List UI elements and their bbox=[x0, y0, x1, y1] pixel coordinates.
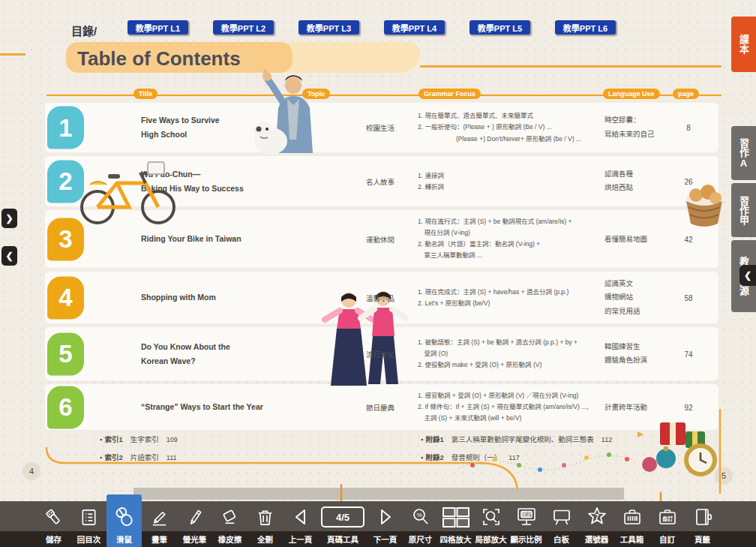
column-header: Language Use bbox=[603, 89, 660, 99]
index-entry: ・附錄1第三人稱單數動詞字尾變化規則、動詞三態表112 bbox=[418, 434, 612, 444]
toolbar-item-eraser[interactable]: 橡皮擦 bbox=[212, 501, 248, 547]
monitor-fixed-icon: 固定 bbox=[515, 503, 538, 531]
horizontal-scrollbar[interactable] bbox=[134, 488, 624, 500]
toolbar-item-label: 全刪 bbox=[257, 531, 273, 547]
page-indicator[interactable]: 4/5 bbox=[321, 506, 364, 527]
lesson-number-badge: 5 bbox=[47, 332, 84, 375]
svg-text:固定: 固定 bbox=[521, 511, 532, 518]
side-tab[interactable]: 習作A bbox=[731, 126, 756, 180]
toolbar-item-star7[interactable]: 7 選號器 bbox=[579, 501, 614, 547]
ppt-button[interactable]: 教學PPT L1 bbox=[128, 20, 188, 35]
toolbar-item-trash[interactable]: 全刪 bbox=[248, 501, 283, 547]
svg-text:自訂: 自訂 bbox=[662, 515, 673, 522]
toolbar-item-pen[interactable]: 畫筆 bbox=[142, 501, 177, 547]
lesson-title[interactable]: Do You Know About theKorean Wave? bbox=[141, 339, 304, 368]
toolbar-item-monitor-fixed[interactable]: 固定 顯示比例 bbox=[508, 501, 544, 547]
grammar-line: 1. 連接詞 bbox=[418, 170, 613, 181]
toolbar-item-zoom-area[interactable]: 局部放大 bbox=[473, 501, 508, 547]
grid4-icon bbox=[441, 503, 471, 531]
lesson-title[interactable]: Riding Your Bike in Taiwan bbox=[141, 232, 304, 246]
toolbar-item-label: 四格放大 bbox=[440, 531, 472, 547]
language-use: 韓國練習生體驗角色扮演 bbox=[604, 340, 680, 368]
ppt-button[interactable]: 教學PPT L2 bbox=[213, 20, 274, 35]
language-line: 體驗角色扮演 bbox=[604, 354, 680, 368]
photo-newyear-ornaments bbox=[622, 409, 726, 480]
grammar-line: 1. 現在簡單式、過去簡單式、未來簡單式 bbox=[418, 110, 613, 122]
language-use: 時空膠囊：寫給未來的自己 bbox=[604, 113, 680, 141]
sidebar-expand-button[interactable]: ❯ bbox=[2, 209, 17, 228]
decor-line-right bbox=[420, 65, 722, 68]
language-line: 韓國練習生 bbox=[604, 340, 680, 354]
grammar-line: 1. 感官動詞 + 受詞 (O) + 原形動詞 (V) ／現在分詞 (V-ing… bbox=[418, 390, 613, 401]
toolbar-item-mouse[interactable]: 滑鼠 bbox=[106, 494, 142, 547]
highlighter-icon bbox=[184, 503, 205, 531]
title-line: Riding Your Bike in Taiwan bbox=[141, 232, 304, 246]
toolbar-item-book-tab[interactable]: 頁籤 bbox=[685, 501, 720, 547]
toolbar-item-toolbox[interactable]: 工具箱 bbox=[614, 501, 650, 547]
chevron-left-icon: ❮ bbox=[5, 251, 13, 261]
chevron-right-icon: ❯ bbox=[5, 213, 13, 224]
toolbar-item-label: 上一頁 bbox=[289, 531, 313, 547]
ppt-button[interactable]: 教學PPT L6 bbox=[555, 20, 616, 35]
decor-line-left bbox=[0, 53, 26, 56]
side-tab[interactable]: 課本 bbox=[731, 17, 756, 72]
toolbar-item-label: 工具箱 bbox=[620, 531, 644, 547]
bottom-toolbar: 儲存 回目次 滑鼠 畫筆 螢光筆 橡皮擦 全刪 上一頁 4/5 頁碼工具 下一頁… bbox=[0, 501, 756, 547]
grammar-line: 受詞 (O) bbox=[418, 348, 613, 359]
ppt-button-row: 教學PPT L1教學PPT L2教學PPT L3教學PPT L4教學PPT L5… bbox=[128, 20, 640, 35]
whiteboard-icon bbox=[551, 503, 572, 531]
photo-hanbok-couple bbox=[320, 290, 409, 392]
lesson-page-number: 8 bbox=[677, 124, 700, 132]
title-line: Korean Wave? bbox=[141, 354, 304, 368]
index-entry-text: 第三人稱單數動詞字尾變化規則、動詞三態表 bbox=[452, 435, 594, 443]
language-line: 認識英文 bbox=[604, 277, 680, 291]
index-entry-page: 109 bbox=[166, 436, 178, 443]
grammar-line: 1. 被動語態：主詞 (S) + be 動詞 + 過去分詞 (p.p.) + b… bbox=[418, 337, 613, 348]
grammar-line: 第三人稱單數動詞 ... bbox=[418, 251, 613, 262]
index-list: ・索引1生字索引109 ・索引2片語索引111 bbox=[98, 434, 178, 470]
ppt-button[interactable]: 教學PPT L3 bbox=[298, 20, 359, 35]
toolbar-item-label: 橡皮擦 bbox=[218, 531, 242, 547]
toolbar-items: 儲存 回目次 滑鼠 畫筆 螢光筆 橡皮擦 全刪 上一頁 4/5 頁碼工具 下一頁… bbox=[36, 501, 720, 547]
toolbar-item-zoom-percent[interactable]: % 原尺寸 bbox=[403, 501, 438, 547]
svg-text:7: 7 bbox=[595, 513, 599, 521]
grammar-line: 1. 現在進行式：主詞 (S) + be 動詞現在式 (am/are/is) + bbox=[418, 216, 613, 227]
column-header: Title bbox=[134, 89, 158, 99]
lesson-topic: 溫馨小品 bbox=[336, 293, 424, 303]
toolbar-item-custom-box[interactable]: 自訂 自訂 bbox=[650, 501, 685, 547]
grammar-line: 2. 動名詞（片語）當主詞：動名詞 (V-ing) + bbox=[418, 239, 613, 251]
ppt-button[interactable]: 教學PPT L4 bbox=[384, 20, 445, 35]
usb-icon bbox=[44, 503, 64, 531]
decor-light-string bbox=[459, 446, 635, 479]
toolbar-item-prev[interactable]: 上一頁 bbox=[283, 501, 318, 547]
toolbar-item-pagebox[interactable]: 4/5 頁碼工具 bbox=[318, 501, 368, 547]
lesson-topic: 校園生活 bbox=[336, 122, 424, 133]
title-line: Do You Know About the bbox=[141, 339, 304, 353]
page-title: Table of Contents bbox=[77, 44, 241, 73]
index-entry: ・索引2片語索引111 bbox=[98, 452, 178, 462]
toolbar-item-grid4[interactable]: 四格放大 bbox=[438, 501, 473, 547]
toolbar-item-whiteboard[interactable]: 白板 bbox=[544, 501, 579, 547]
toolbar-item-next[interactable]: 下一頁 bbox=[368, 501, 403, 547]
grammar-line: 2. 使役動詞 make + 受詞 (O) + 原形動詞 (V) bbox=[418, 359, 613, 371]
toc-breadcrumb: 目錄/ bbox=[71, 23, 97, 38]
toolbar-item-usb[interactable]: 儲存 bbox=[36, 501, 71, 547]
toolbar-item-toc[interactable]: 回目次 bbox=[71, 501, 106, 547]
toc-icon bbox=[79, 503, 99, 531]
toc-row[interactable]: 1 Five Ways to SurviveHigh School 校園生活 1… bbox=[45, 103, 718, 152]
sidebar-collapse-button[interactable]: ❮ bbox=[2, 246, 17, 266]
lesson-title[interactable]: Shopping with Mom bbox=[141, 290, 304, 305]
grammar-focus: 1. 感官動詞 + 受詞 (O) + 原形動詞 (V) ／現在分詞 (V-ing… bbox=[418, 390, 613, 425]
toolbar-item-highlighter[interactable]: 螢光筆 bbox=[177, 501, 212, 547]
right-panel-toggle[interactable]: ❮ bbox=[740, 265, 756, 286]
grammar-line: 2. 一般祈使句：(Please + ) 原形動詞 (Be / V) ... bbox=[418, 122, 613, 133]
lesson-title[interactable]: “Strange” Ways to Start the Year bbox=[141, 400, 304, 414]
ppt-button[interactable]: 教學PPT L5 bbox=[470, 20, 530, 35]
index-entry-label: ・索引1 bbox=[98, 435, 123, 443]
side-tab[interactable]: 習作甲 bbox=[731, 183, 756, 237]
photo-student-thumbsup bbox=[250, 69, 322, 155]
language-line: 時空膠囊： bbox=[604, 113, 680, 128]
lesson-number-badge: 6 bbox=[47, 386, 84, 428]
index-entry-text: 片語索引 bbox=[130, 453, 159, 461]
mouse-icon bbox=[113, 503, 136, 531]
